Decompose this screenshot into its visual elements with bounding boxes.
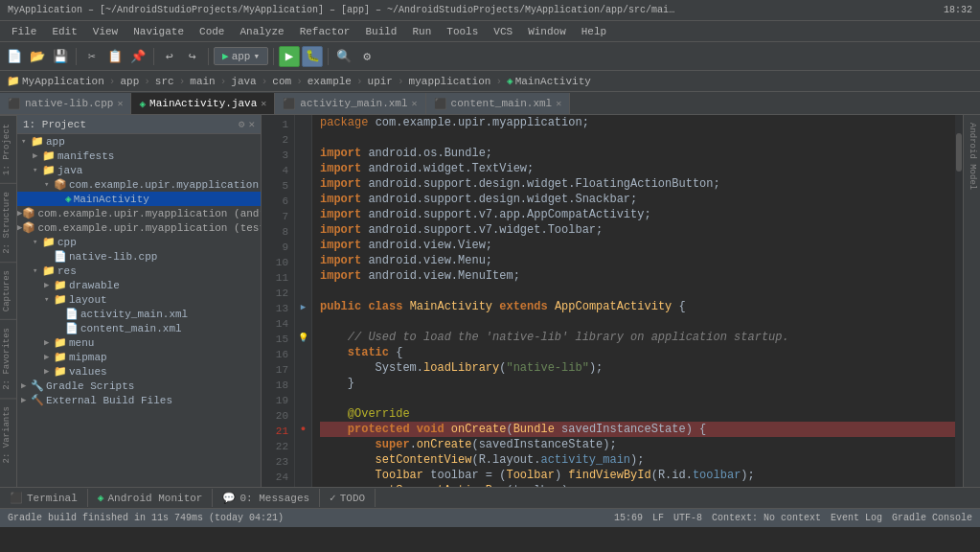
undo-icon[interactable]: ↩ [159, 46, 180, 67]
code-content[interactable]: package com.example.upir.myapplication; … [312, 115, 955, 487]
tab-activity-main[interactable]: ⬛ activity_main.xml ✕ [275, 93, 425, 114]
cut-icon[interactable]: ✂ [81, 46, 103, 67]
gradle-console[interactable]: Gradle Console [892, 513, 972, 523]
code-line-23: setContentView(R.layout.activity_main); [320, 452, 955, 468]
tab-mainactivity[interactable]: ◈ MainActivity.java ✕ [131, 93, 275, 114]
code-line-6: import android.support.design.widget.Sna… [320, 192, 955, 207]
tree-item-layout[interactable]: ▾ 📁 layout [17, 292, 261, 307]
tree-arrow-res: ▾ [33, 265, 42, 276]
tree-label-external-build: External Build Files [46, 395, 172, 406]
tree-item-res[interactable]: ▾ 📁 res [17, 264, 261, 278]
tree-item-gradle-scripts[interactable]: ▶ 🔧 Gradle Scripts [17, 379, 261, 393]
open-icon[interactable]: 📂 [27, 46, 48, 67]
tree-item-drawable[interactable]: ▶ 📁 drawable [17, 278, 261, 292]
nav-com[interactable]: com [269, 75, 294, 88]
bottom-tab-android-monitor[interactable]: ◈ Android Monitor [88, 489, 214, 507]
tree-item-values[interactable]: ▶ 📁 values [17, 364, 261, 379]
app-config-btn[interactable]: ▶ app ▾ [214, 47, 268, 65]
editor-scrollbar[interactable] [955, 115, 963, 487]
menu-item-tools[interactable]: Tools [439, 24, 486, 39]
menu-item-window[interactable]: Window [520, 24, 574, 39]
new-icon[interactable]: 📄 [4, 46, 25, 67]
bottom-tab-terminal[interactable]: ⬛ Terminal [0, 489, 88, 507]
folder-mipmap-icon: 📁 [54, 351, 67, 363]
menu-item-help[interactable]: Help [574, 24, 614, 39]
nav-mainactivity[interactable]: ◈MainActivity [504, 74, 594, 88]
code-line-13: public class MainActivity extends AppCom… [320, 299, 955, 314]
save-icon[interactable]: 💾 [50, 46, 71, 67]
nav-myapplication[interactable]: 📁 MyApplication [4, 74, 107, 88]
side-label-structure[interactable]: 2: Structure [0, 183, 16, 262]
menu-item-file[interactable]: File [4, 24, 44, 39]
tree-item-pkg-android[interactable]: ▶ 📦 com.example.upir.myapplication (andr… [17, 206, 261, 220]
side-label-project[interactable]: 1: Project [0, 115, 16, 183]
cursor-position[interactable]: 15:69 [614, 513, 643, 523]
project-panel: 1: Project ⚙ ✕ ▾ 📁 app ▶ 📁 manifests [17, 115, 262, 487]
tab-content-main[interactable]: ⬛ content_main.xml ✕ [426, 93, 571, 114]
menu-item-edit[interactable]: Edit [44, 24, 84, 39]
nav-upir[interactable]: upir [365, 75, 396, 88]
run-button[interactable]: ▶ [279, 46, 300, 67]
nav-src[interactable]: src [152, 75, 177, 88]
tree-item-content-xml[interactable]: 📄 content_main.xml [17, 321, 261, 335]
tab-mainactivity-close[interactable]: ✕ [261, 98, 266, 109]
scrollbar-thumb[interactable] [956, 133, 962, 172]
project-settings-icon[interactable]: ⚙ [239, 118, 245, 130]
copy-icon[interactable]: 📋 [104, 46, 125, 67]
menu-item-code[interactable]: Code [192, 24, 232, 39]
side-label-variants[interactable]: 2: Variants [0, 398, 16, 471]
tree-item-java[interactable]: ▾ 📁 java [17, 163, 261, 177]
nav-app[interactable]: app [117, 75, 142, 88]
side-label-captures[interactable]: Captures [0, 262, 16, 319]
tree-label-native-lib: native-lib.cpp [69, 251, 157, 263]
tab-activity-main-close[interactable]: ✕ [412, 98, 418, 109]
code-editor[interactable]: 12345 678910 11121314 15 16171819 20 21 … [262, 115, 963, 487]
menu-item-navigate[interactable]: Navigate [125, 24, 192, 39]
line-ending[interactable]: LF [652, 513, 664, 523]
redo-icon[interactable]: ↪ [182, 46, 203, 67]
tree-label-app: app [46, 136, 65, 148]
paste-icon[interactable]: 📌 [127, 46, 148, 67]
right-label-android-model[interactable]: Android Model [966, 115, 979, 197]
event-log[interactable]: Event Log [831, 513, 882, 523]
settings-icon[interactable]: ⚙ [356, 46, 377, 67]
tree-item-manifests[interactable]: ▶ 📁 manifests [17, 149, 261, 163]
encoding[interactable]: UTF-8 [673, 513, 702, 523]
tab-native-lib[interactable]: ⬛ native-lib.cpp ✕ [0, 93, 131, 114]
bottom-tab-todo-label: TODO [340, 493, 365, 504]
menu-item-build[interactable]: Build [357, 24, 404, 39]
tab-native-lib-close[interactable]: ✕ [117, 98, 123, 109]
app-config-chevron: ▾ [253, 50, 260, 62]
tree-item-external-build[interactable]: ▶ 🔨 External Build Files [17, 393, 261, 407]
bottom-tab-todo[interactable]: ✓ TODO [320, 489, 376, 507]
debug-button[interactable]: 🐛 [302, 46, 323, 67]
tab-native-lib-label: native-lib.cpp [25, 98, 113, 109]
menu-item-run[interactable]: Run [404, 24, 439, 39]
side-label-favorites[interactable]: 2: Favorites [0, 319, 16, 398]
tree-arrow-mipmap: ▶ [44, 352, 54, 362]
menu-item-analyze[interactable]: Analyze [232, 24, 291, 39]
tree-item-app[interactable]: ▾ 📁 app [17, 134, 261, 149]
menu-item-view[interactable]: View [85, 24, 125, 39]
tree-item-activity-xml[interactable]: 📄 activity_main.xml [17, 307, 261, 321]
menu-item-refactor[interactable]: Refactor [292, 24, 358, 39]
nav-main[interactable]: main [187, 75, 217, 88]
tab-content-main-close[interactable]: ✕ [556, 98, 561, 109]
tree-item-pkg-test[interactable]: ▶ 📦 com.example.upir.myapplication (test… [17, 220, 261, 235]
project-close-icon[interactable]: ✕ [248, 118, 255, 130]
tree-item-pkg-main[interactable]: ▾ 📦 com.example.upir.myapplication [17, 177, 261, 192]
tree-item-cpp[interactable]: ▾ 📁 cpp [17, 235, 261, 249]
search-icon[interactable]: 🔍 [333, 46, 354, 67]
nav-myapplication2[interactable]: myapplication [406, 75, 494, 88]
code-line-7: import android.support.v7.app.AppCompatA… [320, 207, 955, 222]
tree-arrow-pkg-main: ▾ [44, 179, 54, 190]
tree-item-mainactivity[interactable]: ◈ MainActivity [17, 192, 261, 206]
menu-item-vcs[interactable]: VCS [486, 24, 520, 39]
nav-example[interactable]: example [305, 75, 354, 88]
tree-item-native-lib[interactable]: 📄 native-lib.cpp [17, 249, 261, 264]
tree-item-menu[interactable]: ▶ 📁 menu [17, 335, 261, 350]
nav-java[interactable]: java [228, 75, 259, 88]
tree-arrow-values: ▶ [44, 366, 54, 377]
tree-item-mipmap[interactable]: ▶ 📁 mipmap [17, 350, 261, 364]
bottom-tab-messages[interactable]: 💬 0: Messages [213, 489, 320, 507]
